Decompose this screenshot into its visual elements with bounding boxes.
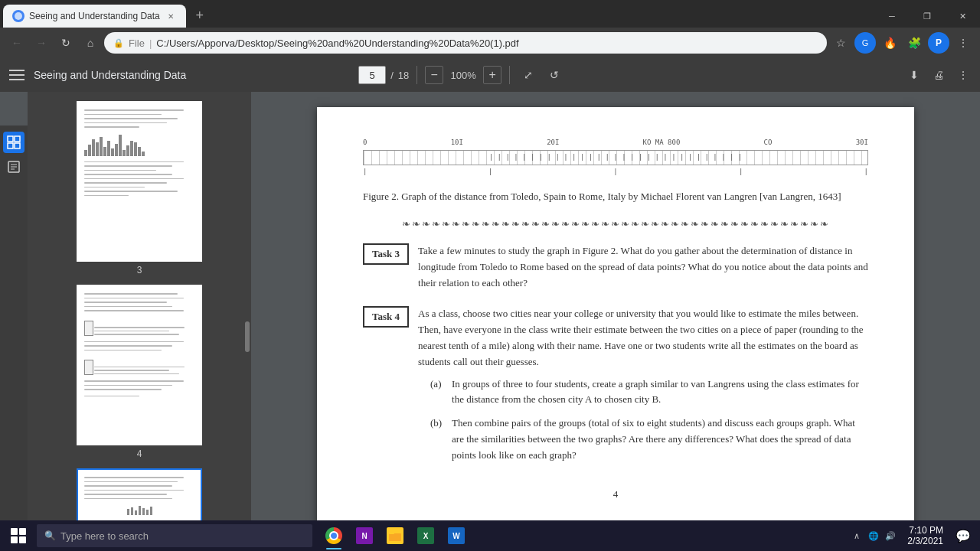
tab-favicon bbox=[12, 10, 24, 22]
taskbar-search[interactable]: 🔍 Type here to search bbox=[37, 524, 312, 547]
pdf-toolbar-right: ⬇ 🖨 ⋮ bbox=[903, 64, 974, 86]
excel-icon: X bbox=[417, 527, 434, 544]
hamburger-line1 bbox=[9, 70, 24, 71]
pdf-page-5: 0 10I 20I KO MA 800 CO 30I | | | | | | |… bbox=[317, 107, 914, 551]
svg-rect-11 bbox=[389, 532, 394, 534]
sub-item-b: (b) Then combine pairs of the groups (to… bbox=[430, 416, 868, 463]
start-button[interactable] bbox=[0, 520, 37, 551]
google-account-button[interactable]: G bbox=[854, 32, 876, 54]
task-4-block: Task 4 As a class, choose two cities nea… bbox=[363, 306, 868, 471]
thumbnail-page-3[interactable]: 3 bbox=[77, 101, 202, 276]
download-button[interactable]: ⬇ bbox=[903, 64, 925, 86]
fit-page-button[interactable]: ⤢ bbox=[518, 64, 539, 86]
sub-a-label: (a) bbox=[430, 377, 446, 409]
thumbnail-sidebar: 3 bbox=[28, 92, 251, 551]
bookmark-view-icon[interactable] bbox=[3, 156, 24, 178]
close-button[interactable]: ✕ bbox=[945, 5, 980, 28]
address-separator: | bbox=[149, 37, 152, 49]
thumbnail-view-icon[interactable] bbox=[3, 132, 24, 153]
ruler-top: 0 10I 20I KO MA 800 CO 30I | | | | | | |… bbox=[363, 138, 868, 177]
sub-b-label: (b) bbox=[430, 416, 446, 463]
zoom-value: 100% bbox=[448, 70, 479, 81]
more-options-button[interactable]: ⋮ bbox=[952, 64, 974, 86]
print-button[interactable]: 🖨 bbox=[928, 64, 949, 86]
browser-tab-active[interactable]: Seeing and Understanding Data ✕ bbox=[3, 5, 186, 28]
address-bar[interactable]: 🔒 File | C:/Users/Apporva/Desktop/Seeing… bbox=[104, 32, 827, 54]
task-3-block: Task 3 Take a few minutes to study the g… bbox=[363, 243, 868, 291]
task-3-label: Task 3 bbox=[363, 243, 409, 265]
page-number-input[interactable] bbox=[358, 66, 386, 84]
address-bar-row: ← → ↻ ⌂ 🔒 File | C:/Users/Apporva/Deskto… bbox=[0, 28, 980, 58]
ornament-divider: ❧❧❧❧❧❧❧❧❧❧❧❧❧❧❧❧❧❧❧❧❧❧❧❧❧❧❧❧❧❧❧❧❧❧❧❧❧❧❧❧… bbox=[363, 217, 868, 232]
back-button[interactable]: ← bbox=[6, 32, 28, 54]
zoom-out-button[interactable]: − bbox=[425, 66, 443, 84]
rotate-button[interactable]: ↺ bbox=[544, 64, 565, 86]
taskbar-explorer[interactable] bbox=[380, 520, 410, 551]
forward-button[interactable]: → bbox=[31, 32, 52, 54]
bookmark-button[interactable]: ☆ bbox=[830, 32, 851, 54]
sidebar-icons-panel bbox=[0, 126, 28, 551]
sub-a-text: In groups of three to four students, cre… bbox=[452, 377, 868, 409]
browser-window: Seeing and Understanding Data ✕ + ─ ❐ ✕ … bbox=[0, 0, 980, 551]
task-4-main-text: As a class, choose two cities near your … bbox=[418, 306, 868, 370]
pdf-main-area: 0 10I 20I KO MA 800 CO 30I | | | | | | |… bbox=[251, 92, 980, 551]
explorer-icon bbox=[387, 527, 403, 544]
word-icon: W bbox=[448, 527, 465, 544]
sub-items: (a) In groups of three to four students,… bbox=[418, 377, 868, 464]
extension-fire-button[interactable]: 🔥 bbox=[879, 32, 900, 54]
clock-time: 7:10 PM bbox=[909, 525, 943, 536]
pdf-viewer: Seeing and Understanding Data / 18 − 100… bbox=[0, 58, 980, 551]
taskbar-apps: N X W bbox=[318, 520, 472, 551]
profile-button[interactable]: P bbox=[928, 32, 949, 54]
up-arrow-tray[interactable]: ∧ bbox=[849, 528, 864, 543]
chrome-icon bbox=[325, 527, 342, 544]
zoom-in-button[interactable]: + bbox=[483, 66, 501, 84]
divider1 bbox=[416, 66, 417, 84]
maximize-button[interactable]: ❐ bbox=[910, 5, 945, 28]
home-button[interactable]: ⌂ bbox=[80, 32, 101, 54]
page-total: 18 bbox=[398, 70, 409, 81]
hamburger-line3 bbox=[9, 79, 24, 80]
start-icon bbox=[11, 528, 26, 543]
new-tab-button[interactable]: + bbox=[189, 5, 211, 26]
system-tray: ∧ 🌐 🔊 bbox=[849, 528, 898, 543]
start-icon-sq2 bbox=[19, 528, 26, 535]
start-icon-sq3 bbox=[11, 536, 18, 543]
pdf-toolbar-left: Seeing and Understanding Data bbox=[6, 64, 186, 86]
thumbnail-4-number: 4 bbox=[137, 448, 142, 459]
notification-button[interactable]: 💬 bbox=[952, 525, 974, 546]
sub-item-a: (a) In groups of three to four students,… bbox=[430, 377, 868, 409]
taskbar-onenote[interactable]: N bbox=[349, 520, 380, 551]
search-icon-taskbar: 🔍 bbox=[44, 530, 56, 541]
speaker-tray-icon[interactable]: 🔊 bbox=[883, 528, 898, 543]
start-icon-sq4 bbox=[19, 536, 26, 543]
taskbar-excel[interactable]: X bbox=[410, 520, 441, 551]
tab-close-button[interactable]: ✕ bbox=[165, 10, 177, 22]
tab-title: Seeing and Understanding Data bbox=[29, 11, 160, 21]
pdf-toolbar: Seeing and Understanding Data / 18 − 100… bbox=[0, 58, 980, 92]
svg-rect-10 bbox=[389, 533, 401, 541]
menu-button[interactable]: ⋮ bbox=[952, 32, 974, 54]
svg-point-0 bbox=[15, 12, 22, 20]
minimize-button[interactable]: ─ bbox=[874, 5, 910, 28]
window-controls: ─ ❐ ✕ bbox=[874, 5, 980, 28]
hamburger-menu[interactable] bbox=[6, 64, 28, 86]
thumbnail-page-4[interactable]: 4 bbox=[77, 285, 202, 459]
thumbnail-3-number: 3 bbox=[137, 265, 142, 276]
page-number: 4 bbox=[363, 487, 868, 502]
taskbar: 🔍 Type here to search N X W bbox=[0, 520, 980, 551]
taskbar-word[interactable]: W bbox=[441, 520, 472, 551]
task-4-label: Task 4 bbox=[363, 306, 409, 328]
thumbnail-3-box bbox=[77, 101, 202, 262]
clock[interactable]: 7:10 PM 2/3/2021 bbox=[901, 525, 949, 546]
pdf-title: Seeing and Understanding Data bbox=[34, 69, 186, 81]
reload-button[interactable]: ↻ bbox=[55, 32, 77, 54]
svg-rect-4 bbox=[15, 143, 20, 148]
divider2 bbox=[509, 66, 510, 84]
clock-date: 2/3/2021 bbox=[907, 536, 943, 546]
extensions-button[interactable]: 🧩 bbox=[903, 32, 925, 54]
pdf-toolbar-center: / 18 − 100% + ⤢ ↺ bbox=[358, 64, 565, 86]
network-tray-icon[interactable]: 🌐 bbox=[866, 528, 881, 543]
svg-rect-1 bbox=[8, 136, 13, 142]
taskbar-chrome[interactable] bbox=[318, 520, 349, 551]
